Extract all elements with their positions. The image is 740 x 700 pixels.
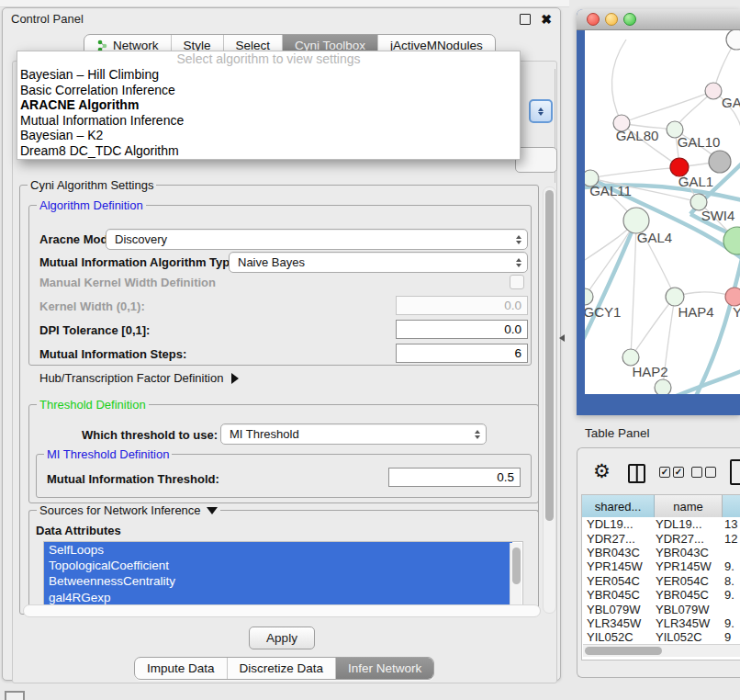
table-cell: YPR145W (582, 559, 654, 573)
table-row[interactable]: YER054CYER054C8. (582, 574, 740, 588)
table-cell: YBL079W (654, 603, 721, 616)
float-panel-icon[interactable] (520, 14, 531, 25)
manual-kernel-width-checkbox[interactable] (510, 275, 524, 289)
algorithm-option[interactable]: Dream8 DC_TDC Algorithm (17, 143, 520, 159)
split-view-icon[interactable] (628, 464, 645, 483)
list-scrollbar-thumb[interactable] (512, 548, 521, 584)
data-attribute-item[interactable]: SelfLoops (44, 542, 512, 558)
panel-splitter-handle[interactable] (559, 334, 565, 342)
expand-arrow-icon[interactable] (231, 373, 239, 384)
apply-button[interactable]: Apply (249, 627, 315, 649)
node-gcy1[interactable] (585, 288, 593, 305)
column-header-name[interactable]: name (655, 495, 723, 517)
horizontal-scrollbar[interactable] (23, 604, 541, 617)
document-icon[interactable] (730, 459, 740, 485)
node-top[interactable] (726, 30, 740, 50)
node-gal4-label: GAL4 (637, 230, 672, 245)
deselect-all-checkboxes-icon[interactable] (691, 467, 716, 478)
algorithm-option[interactable]: Bayesian – K2 (17, 128, 520, 143)
table-row[interactable]: YDR27...YDR27...12 (582, 531, 740, 545)
cyni-mode-tabs: Impute DataDiscretize DataInfer Network (134, 657, 434, 680)
table-row[interactable]: YBL079WYBL079W (582, 602, 740, 615)
mutual-information-threshold-label: Mutual Information Threshold: (47, 472, 219, 486)
table-row[interactable]: YDL19...YDL19...13 (582, 517, 740, 531)
collapse-arrow-icon[interactable] (207, 507, 218, 514)
network-edge[interactable] (590, 167, 679, 178)
data-attribute-item[interactable]: gal4RGexp (44, 590, 512, 605)
data-attribute-item[interactable]: TopologicalCoefficient (44, 558, 512, 573)
table-row[interactable]: YPR145WYPR145W9. (582, 559, 740, 573)
column-header-cut[interactable] (723, 495, 740, 517)
dpi-tolerance-field[interactable]: 0.0 (396, 320, 528, 339)
table-horizontal-scrollbar[interactable] (583, 644, 740, 657)
data-attributes-list[interactable]: SelfLoopsTopologicalCoefficientBetweenne… (43, 541, 523, 610)
table-cell: 9 (721, 630, 740, 644)
algorithm-dropdown-list: Select algorithm to view settings Bayesi… (17, 51, 521, 160)
algorithm-option[interactable]: Basic Correlation Inference (17, 83, 520, 98)
table-cell: YBL079W (582, 603, 654, 616)
mutual-information-threshold-field[interactable]: 0.5 (388, 468, 521, 487)
node-salmon[interactable] (725, 288, 740, 306)
gear-icon[interactable]: ⚙ (593, 460, 611, 482)
node-gray[interactable] (709, 151, 731, 173)
combo-stepper-icon (516, 235, 521, 244)
aracne-mode-select[interactable]: Discovery (106, 229, 528, 250)
table-row[interactable]: YBR043CYBR043C (582, 546, 740, 559)
application-root: Control Panel ✖ NetworkStyleSelectCyni T… (0, 0, 740, 700)
mi-algorithm-type-select[interactable]: Naive Bayes (229, 252, 528, 273)
vertical-scrollbar[interactable] (543, 186, 556, 614)
algorithm-option[interactable]: Bayesian – Hill Climbing (17, 67, 520, 83)
algorithm-option[interactable]: ARACNE Algorithm (17, 97, 520, 113)
close-panel-icon[interactable]: ✖ (541, 15, 552, 24)
top-strip (0, 0, 569, 7)
tab-impute-data[interactable]: Impute Data (135, 658, 228, 679)
zoom-window-icon[interactable] (623, 13, 636, 26)
tab-discretize-data[interactable]: Discretize Data (228, 658, 337, 679)
network-canvas[interactable]: GALGAL80GAL10GAL1GAL11SWI4GAL4GCY1HAP4YH… (585, 30, 740, 394)
vertical-scrollbar-thumb[interactable] (545, 190, 554, 521)
node-gcy1-label: GCY1 (585, 304, 621, 320)
which-threshold-label: Which threshold to use: (82, 428, 218, 442)
table-cell: YIL052C (582, 630, 654, 644)
table-row[interactable]: YIL052CYIL052C9 (582, 630, 740, 644)
network-edge[interactable] (631, 297, 675, 357)
table-row[interactable]: YBR045CYBR045C9. (582, 588, 740, 602)
minimize-window-icon[interactable] (605, 13, 618, 26)
algorithm-option[interactable]: Mutual Information Inference (17, 113, 520, 129)
algorithm-definition-title: Algorithm Definition (37, 198, 146, 212)
hub-definition-toggle[interactable]: Hub/Transcription Factor Definition (39, 371, 239, 385)
sources-group-title: Sources for Network Inference (37, 503, 220, 517)
select-all-checkboxes-icon[interactable]: ✓✓ (659, 467, 684, 478)
dock-panel-icon[interactable] (5, 691, 25, 700)
tab-label: Discretize Data (240, 661, 324, 675)
table-scrollbar-thumb[interactable] (585, 647, 662, 655)
network-edge[interactable] (631, 220, 636, 357)
network-edge[interactable] (622, 91, 713, 123)
network-edge[interactable] (585, 220, 636, 347)
column-header-shared...[interactable]: shared... (582, 495, 655, 517)
table-cell: 8. (721, 574, 740, 588)
table-cell: YER054C (654, 574, 721, 588)
node-hap4[interactable] (666, 288, 684, 306)
node-bottom[interactable] (655, 379, 671, 394)
mi-steps-field[interactable]: 6 (396, 344, 528, 363)
node-gal-cut[interactable] (705, 83, 722, 99)
network-graph[interactable]: GALGAL80GAL10GAL1GAL11SWI4GAL4GCY1HAP4YH… (585, 30, 740, 394)
combo-stepper-icon (516, 258, 521, 267)
which-threshold-select[interactable]: MI Threshold (220, 423, 487, 445)
tab-infer-network[interactable]: Infer Network (336, 658, 433, 679)
list-scrollbar[interactable] (510, 543, 521, 608)
mi-steps-label: Mutual Information Steps: (39, 347, 186, 361)
node-table[interactable]: shared...name YDL19...YDL19...13YDR27...… (581, 494, 740, 660)
kernel-width-label: Kernel Width (0,1): (39, 299, 145, 313)
background-combo-stepper[interactable] (529, 99, 553, 123)
data-attribute-item[interactable]: BetweennessCentrality (44, 573, 512, 589)
table-row[interactable]: YLR345WYLR345W9. (582, 616, 740, 630)
network-edge[interactable] (611, 40, 626, 123)
table-cell: YLR345W (654, 616, 721, 630)
close-window-icon[interactable] (587, 13, 600, 26)
kernel-width-field[interactable]: 0.0 (396, 296, 528, 315)
aracne-mode-value: Discovery (115, 232, 516, 246)
table-cell: 9. (721, 616, 740, 630)
table-toolbar: ⚙ ✓✓ (577, 463, 740, 491)
